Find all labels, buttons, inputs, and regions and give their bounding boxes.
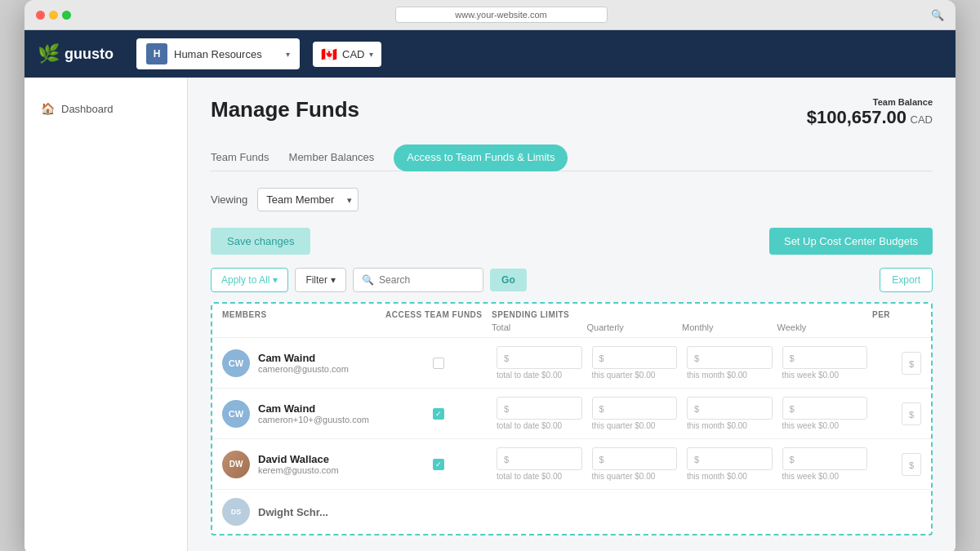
filter-row: Apply to All ▾ Filter ▾ 🔍 Go Export <box>211 268 933 292</box>
home-icon: 🏠 <box>41 102 55 115</box>
member-name: Cam Waind <box>258 352 385 364</box>
action-row: Save changes Set Up Cost Center Budgets <box>211 228 933 255</box>
dollar-sign: $ <box>599 353 604 363</box>
search-input[interactable] <box>379 274 474 286</box>
team-balance-amount: $100,657.00 CAD <box>807 107 933 128</box>
apply-to-all-button[interactable]: Apply to All ▾ <box>211 268 288 292</box>
per-input[interactable]: $ <box>902 402 921 425</box>
weekly-field: $ this week $0.00 <box>777 346 873 380</box>
filter-button[interactable]: Filter ▾ <box>295 268 346 292</box>
total-sublabel: total to date $0.00 <box>497 371 582 380</box>
org-selector[interactable]: H Human Resources ▾ <box>136 38 300 69</box>
member-info: Cam Waind cameron+10+@guusto.com <box>258 402 385 424</box>
access-checkbox[interactable] <box>433 358 444 369</box>
browser-titlebar: www.your-website.com 🔍 <box>24 0 956 30</box>
total-field: $ total to date $0.00 <box>492 346 587 380</box>
viewing-label: Viewing <box>211 193 247 206</box>
per-input[interactable]: $ <box>902 352 921 375</box>
total-input[interactable]: $ <box>497 397 582 420</box>
avatar: CW <box>222 349 250 377</box>
total-field: $ total to date $0.00 <box>492 447 587 481</box>
dollar-sign: $ <box>599 455 604 464</box>
spending-limits-label: SPENDING LIMITS <box>492 310 872 319</box>
go-button[interactable]: Go <box>490 269 527 291</box>
total-sublabel: total to date $0.00 <box>497 472 582 481</box>
weekly-input[interactable]: $ <box>782 397 868 420</box>
total-input[interactable]: $ <box>497 346 582 369</box>
access-checkbox[interactable]: ✓ <box>433 408 444 420</box>
maximize-dot[interactable] <box>62 11 71 20</box>
access-toggle[interactable]: ✓ <box>385 459 492 470</box>
monthly-sublabel: this month $0.00 <box>687 421 773 430</box>
member-name: Dwight Schr... <box>258 506 385 518</box>
monthly-input[interactable]: $ <box>687 447 773 470</box>
access-toggle[interactable] <box>385 358 492 369</box>
filter-chevron: ▾ <box>331 274 336 286</box>
sidebar-dashboard-label: Dashboard <box>61 103 114 115</box>
member-email: cameron+10+@guusto.com <box>258 415 385 424</box>
set-up-cost-center-button[interactable]: Set Up Cost Center Budgets <box>769 228 933 255</box>
spending-sub-headers: Total Quarterly Monthly Weekly <box>492 322 872 337</box>
per-cell: $ <box>872 352 921 375</box>
tab-member-balances[interactable]: Member Balances <box>289 144 375 171</box>
browser-window: www.your-website.com 🔍 🌿 guusto H Human … <box>24 0 956 551</box>
access-toggle[interactable]: ✓ <box>385 408 492 420</box>
sub-header-quarterly: Quarterly <box>587 322 683 337</box>
quarterly-input[interactable]: $ <box>592 447 678 470</box>
dollar-sign: $ <box>504 353 509 363</box>
sub-header-weekly: Weekly <box>777 322 873 337</box>
dollar-sign: $ <box>694 353 699 363</box>
avatar-initials: DS <box>231 508 242 516</box>
dollar-sign: $ <box>599 404 604 414</box>
dollar-sign: $ <box>694 455 699 464</box>
total-input[interactable]: $ <box>497 447 582 470</box>
currency-selector[interactable]: 🇨🇦 CAD ▾ <box>313 42 381 67</box>
sub-header-total: Total <box>492 322 587 337</box>
save-changes-button[interactable]: Save changes <box>211 228 310 255</box>
search-box[interactable]: 🔍 <box>353 268 483 292</box>
export-button[interactable]: Export <box>880 268 933 292</box>
per-input[interactable]: $ <box>902 453 921 476</box>
table-row: DS Dwight Schr... <box>212 490 931 534</box>
weekly-input[interactable]: $ <box>782 346 868 369</box>
weekly-sublabel: this week $0.00 <box>782 421 868 430</box>
avatar-initials: CW <box>229 409 243 419</box>
weekly-input[interactable]: $ <box>782 447 868 470</box>
per-dollar-sign: $ <box>909 410 914 420</box>
col-header-members: MEMBERS <box>222 310 385 337</box>
logo-text: guusto <box>65 46 114 63</box>
page-title: Manage Funds <box>211 97 359 122</box>
col-header-access: ACCESS TEAM FUNDS <box>385 310 492 337</box>
viewing-select-wrapper[interactable]: Team MemberManagerAdmin <box>257 188 359 211</box>
quarterly-field: $ this quarter $0.00 <box>587 346 683 380</box>
dollar-sign: $ <box>790 353 795 363</box>
quarterly-input[interactable]: $ <box>592 346 678 369</box>
address-bar[interactable]: www.your-website.com <box>395 7 608 23</box>
tab-access[interactable]: Access to Team Funds & Limits <box>394 144 568 171</box>
per-cell: $ <box>872 453 921 476</box>
weekly-sublabel: this week $0.00 <box>782 472 868 481</box>
monthly-input[interactable]: $ <box>687 346 773 369</box>
access-checkbox[interactable]: ✓ <box>433 459 444 470</box>
viewing-select[interactable]: Team MemberManagerAdmin <box>257 188 359 211</box>
close-dot[interactable] <box>36 11 45 20</box>
sidebar-item-dashboard[interactable]: 🏠 Dashboard <box>24 94 187 123</box>
balance-value: $100,657.00 <box>807 107 906 127</box>
avatar: CW <box>222 400 250 428</box>
team-balance-label: Team Balance <box>807 97 933 107</box>
member-email: cameron@guusto.com <box>258 364 385 374</box>
checkmark-icon: ✓ <box>435 410 442 418</box>
balance-currency: CAD <box>911 113 933 126</box>
quarterly-field: $ this quarter $0.00 <box>587 447 683 481</box>
weekly-sublabel: this week $0.00 <box>782 371 868 380</box>
monthly-input[interactable]: $ <box>687 397 773 420</box>
per-cell: $ <box>872 402 921 425</box>
logo: 🌿 guusto <box>38 43 114 64</box>
dollar-sign: $ <box>790 404 795 414</box>
tab-team-funds[interactable]: Team Funds <box>211 144 270 171</box>
dollar-sign: $ <box>694 404 699 414</box>
quarterly-input[interactable]: $ <box>592 397 678 420</box>
app-navbar: 🌿 guusto H Human Resources ▾ 🇨🇦 CAD ▾ <box>24 30 956 78</box>
browser-search-icon[interactable]: 🔍 <box>931 9 944 21</box>
minimize-dot[interactable] <box>49 11 58 20</box>
